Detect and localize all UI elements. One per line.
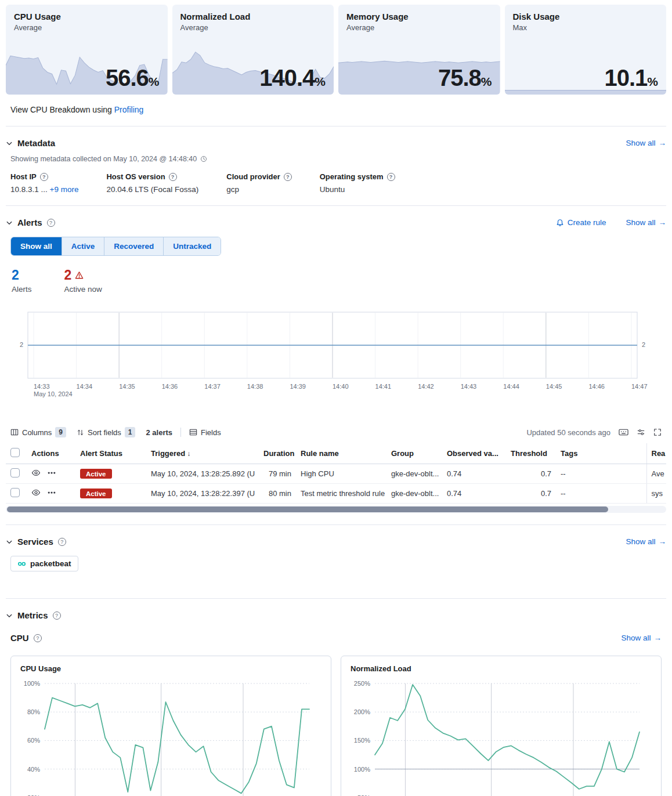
display-options-icon[interactable] — [637, 428, 645, 436]
row-checkbox[interactable] — [10, 468, 20, 477]
more-actions-icon[interactable] — [48, 469, 56, 477]
kpi-subtitle: Average — [6, 23, 168, 32]
arrow-right-icon — [654, 634, 662, 642]
scrollbar-thumb[interactable] — [7, 506, 608, 512]
col-triggered[interactable]: Triggered — [146, 443, 259, 464]
view-alert-icon[interactable] — [31, 488, 41, 497]
svg-text:14:41: 14:41 — [375, 383, 392, 390]
svg-text:250%: 250% — [354, 680, 370, 687]
fields-button[interactable]: Fields — [189, 428, 221, 437]
metrics-charts-row: CPU Usage 0%20%40%60%80%100%14:30May 10,… — [10, 656, 662, 796]
cell-triggered: May 10, 2024, 13:28:22.397 (U — [146, 484, 259, 504]
services-title: Services — [17, 537, 53, 547]
sort-count-badge: 1 — [125, 427, 136, 437]
col-reason: Rea — [646, 443, 666, 464]
alerts-stats: 2 Alerts 2 Active now — [12, 267, 660, 294]
cell-threshold: 0.7 — [506, 484, 556, 504]
cpu-usage-chart: 0%20%40%60%80%100%14:30May 10, 202414:35… — [18, 676, 317, 796]
field-label: Host OS version — [106, 172, 165, 181]
tab-show-all[interactable]: Show all — [11, 237, 62, 255]
sort-icon — [77, 429, 84, 436]
section-divider — [6, 126, 666, 126]
cell-threshold: 0.7 — [506, 464, 556, 484]
cpu-usage-chart-panel: CPU Usage 0%20%40%60%80%100%14:30May 10,… — [10, 656, 331, 796]
svg-text:14:34: 14:34 — [77, 383, 93, 390]
svg-text:14:39: 14:39 — [290, 383, 306, 390]
svg-text:14:36: 14:36 — [162, 383, 178, 390]
status-badge[interactable]: Active — [80, 469, 112, 479]
kpi-subtitle: Average — [338, 23, 500, 32]
select-all-checkbox[interactable] — [10, 448, 20, 457]
question-icon[interactable] — [387, 173, 395, 181]
columns-count-badge: 9 — [55, 427, 66, 437]
service-link-packetbeat[interactable]: packetbeat — [10, 556, 78, 571]
chevron-down-icon[interactable] — [6, 538, 13, 545]
profiling-link[interactable]: Profiling — [114, 105, 144, 114]
metrics-cpu-group: CPU Show all — [10, 633, 662, 643]
tab-recovered[interactable]: Recovered — [104, 237, 163, 255]
keyboard-shortcuts-icon[interactable] — [619, 428, 628, 436]
warning-triangle-icon — [75, 271, 84, 280]
arrow-right-icon — [659, 537, 667, 546]
more-actions-icon[interactable] — [48, 489, 56, 497]
field-label: Cloud provider — [226, 172, 280, 181]
host-overview-page: CPU Usage Average 56.6% Normalized Load … — [0, 0, 672, 796]
question-icon[interactable] — [58, 538, 66, 546]
question-icon[interactable] — [169, 173, 177, 181]
kpi-card-cpu-usage: CPU Usage Average 56.6% — [6, 5, 168, 95]
svg-text:100%: 100% — [354, 766, 370, 773]
status-badge[interactable]: Active — [80, 489, 112, 498]
kpi-subtitle: Max — [505, 23, 667, 32]
kpi-card-memory-usage: Memory Usage Average 75.8% — [338, 5, 500, 95]
table-row: Active May 10, 2024, 13:28:25.892 (U 79 … — [6, 464, 666, 484]
metadata-show-all-link[interactable]: Show all — [626, 139, 666, 147]
cell-observed-value: 0.74 — [442, 464, 506, 484]
svg-text:14:42: 14:42 — [418, 383, 434, 390]
normalized-load-chart: 0%50%100%150%200%250%14:30May 10, 202414… — [348, 676, 648, 796]
kpi-value: 56.6% — [106, 65, 160, 91]
col-alert-status: Alert Status — [75, 443, 146, 464]
fullscreen-icon[interactable] — [653, 428, 662, 436]
services-show-all-link[interactable]: Show all — [626, 537, 666, 546]
svg-text:14:40: 14:40 — [333, 383, 349, 390]
svg-text:150%: 150% — [354, 737, 370, 744]
question-icon[interactable] — [47, 219, 55, 227]
chevron-down-icon[interactable] — [6, 219, 13, 226]
view-alert-icon[interactable] — [31, 468, 41, 477]
alerts-table-toolbar: Columns 9 Sort fields 1 2 alerts Fields — [10, 427, 662, 437]
question-icon[interactable] — [40, 173, 48, 181]
host-ip-more-link[interactable]: +9 more — [50, 185, 79, 194]
question-icon[interactable] — [284, 173, 292, 181]
chevron-down-icon[interactable] — [6, 140, 13, 147]
profiling-note-text: View CPU Breakdown using — [10, 105, 112, 114]
question-icon[interactable] — [53, 612, 61, 620]
chevron-down-icon[interactable] — [6, 612, 13, 619]
create-rule-button[interactable]: Create rule — [556, 218, 606, 227]
svg-text:2: 2 — [642, 341, 645, 348]
sort-fields-button[interactable]: Sort fields 1 — [77, 427, 136, 437]
cell-tags: -- — [556, 484, 646, 504]
svg-text:14:33: 14:33 — [34, 383, 50, 390]
svg-text:200%: 200% — [354, 708, 370, 715]
metadata-field-host-os-version: Host OS version 20.04.6 LTS (Focal Fossa… — [106, 172, 198, 194]
svg-text:14:37: 14:37 — [204, 383, 221, 390]
tab-untracked[interactable]: Untracked — [163, 237, 221, 255]
sort-desc-icon — [185, 449, 190, 458]
row-checkbox[interactable] — [10, 488, 20, 497]
cpu-group-title: CPU — [10, 633, 29, 643]
svg-text:80%: 80% — [27, 708, 40, 715]
question-icon[interactable] — [34, 634, 42, 642]
cell-reason: Ave — [646, 464, 666, 484]
tab-active[interactable]: Active — [62, 237, 104, 255]
columns-button[interactable]: Columns 9 — [10, 427, 66, 437]
alerts-show-all-link[interactable]: Show all — [626, 218, 666, 227]
svg-text:May 10, 2024: May 10, 2024 — [34, 390, 73, 397]
metrics-show-all-link[interactable]: Show all — [621, 634, 662, 642]
col-tags: Tags — [556, 443, 646, 464]
kpi-row: CPU Usage Average 56.6% Normalized Load … — [6, 5, 666, 95]
services-section: Services Show all packetbeat — [6, 537, 666, 587]
chart-title: Normalized Load — [351, 664, 654, 673]
updated-text: Updated 50 seconds ago — [526, 428, 610, 437]
field-value: 20.04.6 LTS (Focal Fossa) — [106, 185, 198, 194]
metadata-section: Metadata Show all Showing metadata colle… — [6, 138, 666, 194]
